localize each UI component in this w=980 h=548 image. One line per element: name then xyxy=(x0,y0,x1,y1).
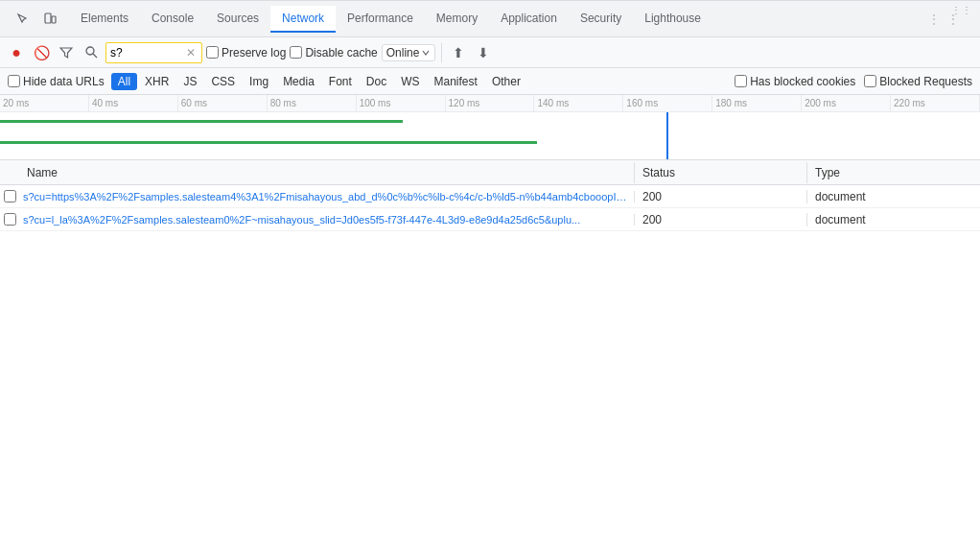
device-toggle-icon[interactable] xyxy=(38,8,61,31)
svg-rect-0 xyxy=(45,13,51,23)
search-icon[interactable] xyxy=(81,42,102,63)
tick-80ms: 80 ms xyxy=(268,95,357,111)
chevron-down-icon xyxy=(421,48,431,58)
tick-100ms: 100 ms xyxy=(357,95,446,111)
filter-all[interactable]: All xyxy=(111,73,137,90)
inspect-icon[interactable] xyxy=(12,8,35,31)
row-name-1[interactable]: s?cu=https%3A%2F%2Fsamples.salesteam4%3A… xyxy=(19,191,635,203)
row-select-1[interactable] xyxy=(4,190,16,203)
toolbar-separator xyxy=(441,43,442,62)
timeline-cursor xyxy=(666,112,668,160)
row-status-2: 200 xyxy=(635,213,807,226)
row-select-2[interactable] xyxy=(4,213,16,226)
tick-120ms: 120 ms xyxy=(446,95,535,111)
tick-200ms: 200 ms xyxy=(802,95,891,111)
timeline-ruler: 20 ms 40 ms 60 ms 80 ms 100 ms 120 ms 14… xyxy=(0,95,980,112)
row-type-1: document xyxy=(807,190,980,203)
filter-other[interactable]: Other xyxy=(485,73,527,90)
tab-network[interactable]: Network xyxy=(270,6,336,33)
timeline-area: 20 ms 40 ms 60 ms 80 ms 100 ms 120 ms 14… xyxy=(0,95,980,160)
tab-security[interactable]: Security xyxy=(569,6,633,33)
table-header: Name Status Type xyxy=(0,160,980,185)
tick-160ms: 160 ms xyxy=(623,95,712,111)
row-checkbox-2[interactable] xyxy=(0,213,19,226)
search-input[interactable] xyxy=(110,46,182,60)
hide-data-urls-label[interactable]: Hide data URLs xyxy=(8,75,105,88)
col-header-status[interactable]: Status xyxy=(635,162,807,183)
svg-rect-1 xyxy=(52,16,56,23)
filter-row: Hide data URLs All XHR JS CSS Img Media … xyxy=(0,68,980,95)
preserve-log-checkbox[interactable] xyxy=(206,46,219,59)
tab-lighthouse[interactable]: Lighthouse xyxy=(633,6,712,33)
tick-40ms: 40 ms xyxy=(89,95,178,111)
throttle-select[interactable]: Online xyxy=(382,44,436,61)
row-name-2[interactable]: s?cu=l_la%3A%2F%2Fsamples.salesteam0%2F~… xyxy=(19,214,635,226)
preserve-log-label[interactable]: Preserve log xyxy=(206,46,286,60)
filter-doc[interactable]: Doc xyxy=(360,73,393,90)
tick-180ms: 180 ms xyxy=(712,95,802,111)
tab-sources[interactable]: Sources xyxy=(205,6,270,33)
request-bar-2 xyxy=(0,141,537,144)
hide-data-urls-checkbox[interactable] xyxy=(8,75,20,87)
filter-ws[interactable]: WS xyxy=(394,73,426,90)
col-header-type[interactable]: Type xyxy=(807,162,980,183)
blocked-requests-label[interactable]: Blocked Requests xyxy=(864,75,972,88)
disable-cache-checkbox[interactable] xyxy=(290,46,302,59)
filter-media[interactable]: Media xyxy=(276,73,321,90)
blocked-requests-checkbox[interactable] xyxy=(864,75,876,87)
clear-button[interactable]: 🚫 xyxy=(31,42,52,63)
import-har-button[interactable]: ⬆ xyxy=(448,42,469,63)
record-button[interactable]: ● xyxy=(6,42,27,63)
export-har-button[interactable]: ⬇ xyxy=(473,42,494,63)
filter-icon[interactable] xyxy=(56,42,77,63)
table-row[interactable]: s?cu=l_la%3A%2F%2Fsamples.salesteam0%2F~… xyxy=(0,208,980,231)
tab-performance[interactable]: Performance xyxy=(336,6,425,33)
filter-manifest[interactable]: Manifest xyxy=(428,73,484,90)
tick-20ms: 20 ms xyxy=(0,95,89,111)
tick-140ms: 140 ms xyxy=(534,95,623,111)
filter-xhr[interactable]: XHR xyxy=(138,73,175,90)
svg-point-2 xyxy=(86,47,94,55)
row-status-1: 200 xyxy=(635,190,807,203)
timeline-chart xyxy=(0,112,980,160)
tab-console[interactable]: Console xyxy=(140,6,205,33)
tab-application[interactable]: Application xyxy=(489,6,569,33)
search-clear-button[interactable]: ✕ xyxy=(184,46,198,60)
filter-font[interactable]: Font xyxy=(322,73,359,90)
disable-cache-label[interactable]: Disable cache xyxy=(290,46,377,60)
has-blocked-cookies-checkbox[interactable] xyxy=(735,75,747,87)
filter-img[interactable]: Img xyxy=(243,73,275,90)
row-checkbox-1[interactable] xyxy=(0,190,19,203)
filter-js[interactable]: JS xyxy=(176,73,203,90)
filter-css[interactable]: CSS xyxy=(204,73,242,90)
svg-line-3 xyxy=(93,54,97,58)
has-blocked-cookies-label[interactable]: Has blocked cookies xyxy=(735,75,855,88)
table-body: s?cu=https%3A%2F%2Fsamples.salesteam4%3A… xyxy=(0,185,980,548)
tab-elements[interactable]: Elements xyxy=(69,6,140,33)
tick-60ms: 60 ms xyxy=(178,95,268,111)
tick-220ms: 220 ms xyxy=(891,95,980,111)
tab-memory[interactable]: Memory xyxy=(425,6,489,33)
col-header-name[interactable]: Name xyxy=(19,162,635,183)
request-bar-1 xyxy=(0,120,403,123)
search-box: ✕ xyxy=(105,42,202,63)
network-toolbar: ● 🚫 ✕ Preserve log Disable cache xyxy=(0,37,980,68)
table-row[interactable]: s?cu=https%3A%2F%2Fsamples.salesteam4%3A… xyxy=(0,185,980,208)
devtools-left-icons xyxy=(4,8,69,31)
row-type-2: document xyxy=(807,213,980,226)
devtools-tab-bar: Elements Console Sources Network Perform… xyxy=(0,1,980,37)
